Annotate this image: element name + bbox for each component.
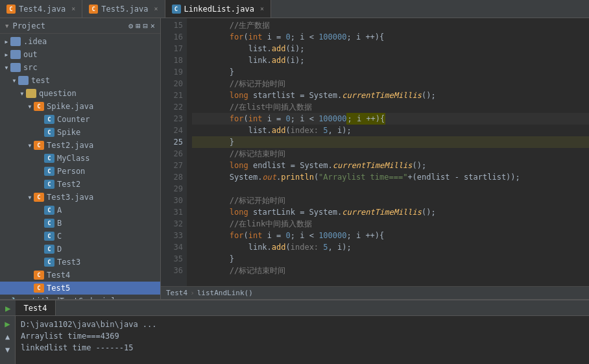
tree-label-test2: Test2 bbox=[57, 180, 80, 189]
code-editor[interactable]: 15 16 17 18 19 20 21 22 23 24 25 26 27 2… bbox=[161, 18, 589, 286]
tree-item-counter[interactable]: C Counter bbox=[0, 113, 160, 126]
bottom-output: D:\java1102\java\bin\java ... Arraylist … bbox=[16, 316, 589, 364]
tree-label-counter: Counter bbox=[57, 115, 90, 124]
folder-icon-question bbox=[26, 89, 36, 98]
breadcrumb-test4[interactable]: Test4 bbox=[166, 289, 187, 297]
tree-label-b: B bbox=[57, 219, 62, 228]
sidebar-collapse-icon: ▼ bbox=[5, 23, 8, 29]
icon-d: C bbox=[44, 245, 54, 254]
code-line-16: for(int i = 0; i < 100000; i ++){ bbox=[192, 31, 589, 43]
tree-item-test4-sidebar[interactable]: C Test4 bbox=[0, 269, 160, 282]
tree-arrow-test3-java: ▼ bbox=[26, 195, 34, 200]
tree-arrow-src: ▼ bbox=[3, 65, 10, 71]
sidebar-expand-icon[interactable]: ⊞ bbox=[136, 21, 140, 30]
run-icon: ▶ bbox=[0, 300, 16, 315]
tree-label-spike-java: Spike.java bbox=[47, 102, 93, 111]
code-line-25: } bbox=[192, 136, 589, 148]
icon-test5: C bbox=[34, 284, 44, 293]
sidebar-close-icon[interactable]: × bbox=[150, 21, 155, 30]
tree-item-b[interactable]: C B bbox=[0, 217, 160, 230]
run-button[interactable]: ▶ bbox=[3, 319, 13, 329]
icon-a: C bbox=[44, 206, 54, 215]
sidebar-tree: ▶ .idea ▶ out ▼ src ▼ bbox=[0, 34, 160, 299]
code-line-19: } bbox=[192, 66, 589, 78]
tree-item-myclass[interactable]: C MyClass bbox=[0, 152, 160, 165]
icon-person: C bbox=[44, 167, 54, 176]
tree-item-person[interactable]: C Person bbox=[0, 165, 160, 178]
close-tab-test4[interactable]: × bbox=[71, 5, 75, 12]
tree-item-test[interactable]: ▼ test bbox=[0, 74, 160, 87]
icon-test2-java: C bbox=[34, 141, 44, 150]
tree-item-out[interactable]: ▶ out bbox=[0, 48, 160, 61]
code-line-20: //标记开始时间 bbox=[192, 78, 589, 90]
sidebar: ▼ Project ⚙ ⊞ ⊟ × ▶ .idea ▶ out bbox=[0, 18, 161, 299]
close-tab-linkedlist[interactable]: × bbox=[260, 5, 264, 12]
tree-item-test5-sidebar[interactable]: C Test5 bbox=[0, 282, 160, 295]
close-tab-test5[interactable]: × bbox=[154, 5, 158, 12]
bottom-tab-test4[interactable]: Test4 bbox=[16, 300, 55, 315]
tree-label-myclass: MyClass bbox=[57, 154, 90, 163]
tree-label-test: test bbox=[31, 76, 50, 85]
tree-label-test2-java: Test2.java bbox=[47, 141, 93, 150]
tree-item-test3-java[interactable]: ▼ C Test3.java bbox=[0, 191, 160, 204]
tree-item-question[interactable]: ▼ question bbox=[0, 87, 160, 100]
tree-item-a[interactable]: C A bbox=[0, 204, 160, 217]
sidebar-collapse-all-icon[interactable]: ⊟ bbox=[143, 21, 148, 30]
icon-spike: C bbox=[44, 128, 54, 137]
bottom-side-controls: ▶ ▲ ▼ bbox=[0, 316, 16, 364]
bottom-content: ▶ ▲ ▼ D:\java1102\java\bin\java ... Arra… bbox=[0, 316, 589, 364]
sidebar-settings-icon[interactable]: ⚙ bbox=[128, 21, 133, 30]
scroll-down-button[interactable]: ▼ bbox=[3, 345, 13, 355]
code-line-28: System.out.println("Arraylist time==="+(… bbox=[192, 171, 589, 183]
tree-arrow-spike-java: ▼ bbox=[26, 104, 34, 110]
tree-arrow-question: ▼ bbox=[18, 91, 26, 97]
code-line-26: //标记结束时间 bbox=[192, 148, 589, 160]
tab-icon-test4: C bbox=[6, 5, 16, 14]
code-content[interactable]: //生产数据 for(int i = 0; i < 100000; i ++){… bbox=[187, 18, 589, 286]
code-line-29 bbox=[192, 183, 589, 195]
icon-counter: C bbox=[44, 115, 54, 124]
code-line-36: //标记结束时间 bbox=[192, 265, 589, 276]
output-line-1: D:\java1102\java\bin\java ... bbox=[21, 319, 584, 330]
tree-arrow-test: ▼ bbox=[10, 78, 18, 84]
tree-arrow-idea: ▶ bbox=[3, 39, 10, 45]
tab-test4[interactable]: C Test4.java × bbox=[0, 0, 82, 18]
code-line-30: //标记开始时间 bbox=[192, 195, 589, 206]
tree-label-a: A bbox=[57, 206, 62, 215]
tree-item-idea[interactable]: ▶ .idea bbox=[0, 35, 160, 48]
tree-item-test3[interactable]: C Test3 bbox=[0, 256, 160, 269]
breadcrumb-method[interactable]: listAndLink() bbox=[197, 289, 253, 297]
tree-label-person: Person bbox=[57, 167, 85, 176]
tree-item-test2[interactable]: C Test2 bbox=[0, 178, 160, 191]
scroll-up-button[interactable]: ▲ bbox=[3, 332, 13, 342]
bottom-tab-label: Test4 bbox=[23, 304, 47, 313]
code-line-23: for(int i = 0; i < 100000; i ++){ bbox=[192, 113, 589, 125]
tree-arrow-test2-java: ▼ bbox=[26, 143, 34, 149]
folder-icon-idea bbox=[10, 37, 21, 46]
bottom-panel: ▶ Test4 ▶ ▲ ▼ D:\java1102\java\bin\java … bbox=[0, 299, 589, 364]
tree-item-spike[interactable]: C Spike bbox=[0, 126, 160, 139]
tab-test5[interactable]: C Test5.java × bbox=[82, 0, 165, 18]
tree-item-test2-java[interactable]: ▼ C Test2.java bbox=[0, 139, 160, 152]
tree-label-idea: .idea bbox=[23, 37, 47, 46]
tree-item-spike-java[interactable]: ▼ C Spike.java bbox=[0, 100, 160, 113]
output-line-3: linkedlist time ------15 bbox=[21, 342, 584, 354]
tab-icon-test5: C bbox=[89, 5, 98, 14]
code-line-27: long endlist = System.currentTimeMillis(… bbox=[192, 160, 589, 171]
tab-label-test5: Test5.java bbox=[101, 5, 148, 14]
icon-test3-java: C bbox=[34, 193, 44, 202]
folder-icon-test bbox=[18, 76, 29, 85]
tree-item-c[interactable]: C C bbox=[0, 230, 160, 243]
tree-label-src: src bbox=[23, 63, 38, 72]
tree-item-d[interactable]: C D bbox=[0, 243, 160, 256]
tree-label-test4: Test4 bbox=[47, 271, 70, 280]
tree-item-src[interactable]: ▼ src bbox=[0, 61, 160, 74]
tab-linkedlist[interactable]: C LinkedList.java × bbox=[165, 0, 271, 18]
code-line-31: long startLink = System.currentTimeMilli… bbox=[192, 206, 589, 218]
tree-item-iml[interactable]: 🔧 untitledTestCode.iml bbox=[0, 295, 160, 299]
code-line-35: } bbox=[192, 253, 589, 265]
tree-label-question: question bbox=[39, 89, 77, 98]
tab-label-test4: Test4.java bbox=[19, 5, 66, 14]
breadcrumb-bar: Test4 › listAndLink() bbox=[161, 286, 589, 299]
line-numbers: 15 16 17 18 19 20 21 22 23 24 25 26 27 2… bbox=[161, 18, 187, 286]
